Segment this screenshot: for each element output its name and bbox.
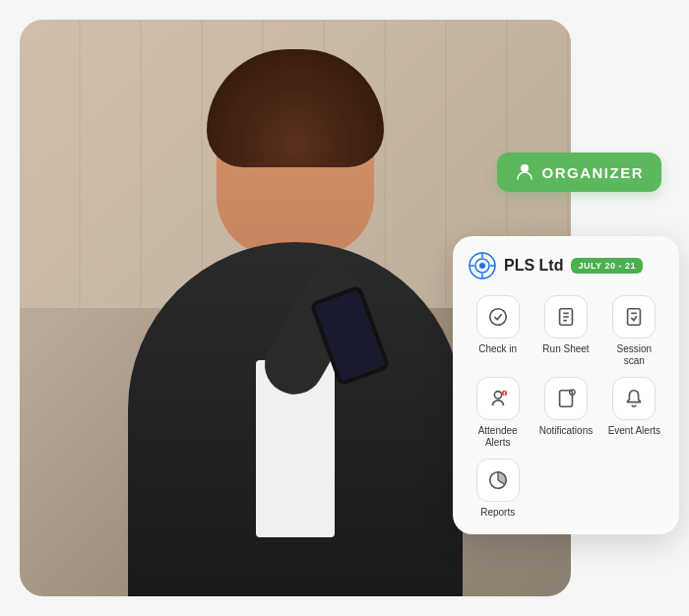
organizer-person-icon (515, 162, 534, 182)
svg-point-3 (479, 263, 485, 269)
svg-point-8 (489, 309, 506, 326)
svg-point-0 (521, 164, 529, 172)
event-alerts-icon-circle (612, 377, 656, 420)
organizer-badge: ORGANIZER (497, 153, 662, 192)
svg-point-18 (504, 395, 505, 396)
card-header: PLS Ltd July 20 - 21 (469, 252, 663, 279)
session-scan-item[interactable]: Session scan (605, 295, 663, 367)
attendee-alerts-icon-circle (476, 377, 520, 420)
attendee-alerts-label: Attendee Alerts (469, 425, 527, 449)
run-sheet-item[interactable]: Run Sheet (536, 295, 595, 367)
reports-item[interactable]: Reports (469, 459, 527, 519)
check-in-item[interactable]: Check in (469, 295, 527, 367)
main-container: ORGANIZER PLS Ltd July 20 - 21 (0, 0, 689, 616)
app-card: PLS Ltd July 20 - 21 Check in (453, 236, 679, 534)
reports-icon-circle (476, 459, 520, 502)
svg-rect-13 (628, 309, 641, 326)
notifications-icon-circle (544, 377, 588, 420)
session-scan-label: Session scan (605, 343, 663, 367)
icon-grid: Check in Run Sheet (469, 295, 663, 519)
run-sheet-icon-circle (544, 295, 588, 339)
run-sheet-label: Run Sheet (542, 343, 589, 355)
attendee-alerts-item[interactable]: Attendee Alerts (469, 377, 527, 449)
date-badge: July 20 - 21 (571, 258, 643, 274)
svg-point-15 (494, 392, 501, 399)
check-in-icon-circle (476, 295, 520, 339)
notifications-label: Notifications (539, 425, 593, 437)
reports-label: Reports (480, 507, 515, 519)
person-body (128, 242, 463, 596)
event-alerts-item[interactable]: Event Alerts (605, 377, 663, 449)
organizer-label: ORGANIZER (542, 164, 645, 181)
pls-logo-icon (469, 252, 496, 279)
company-name: PLS Ltd (504, 257, 563, 275)
notifications-item[interactable]: Notifications (536, 377, 595, 449)
check-in-label: Check in (478, 343, 517, 355)
session-scan-icon-circle (612, 295, 656, 339)
svg-rect-19 (560, 391, 573, 407)
event-alerts-label: Event Alerts (608, 425, 660, 437)
